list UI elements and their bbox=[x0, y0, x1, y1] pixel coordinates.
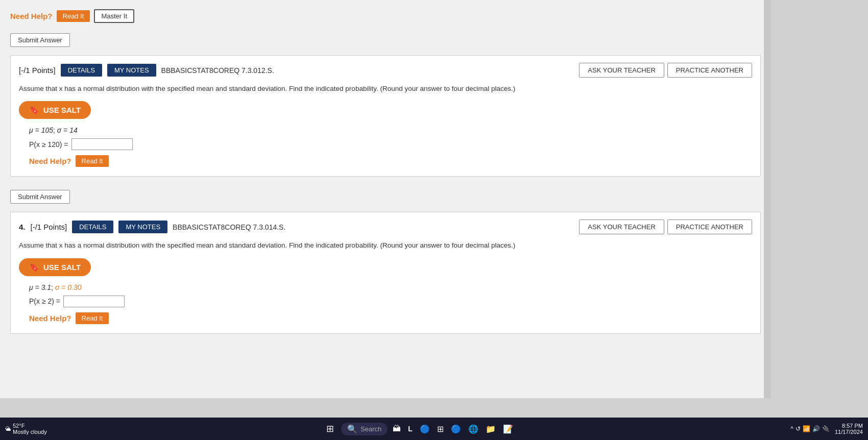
taskbar-icon-edge[interactable]: 🌐 bbox=[466, 423, 480, 435]
sys-icon-caret[interactable]: ^ bbox=[790, 425, 793, 432]
taskbar-icon-orb[interactable]: 🔵 bbox=[418, 423, 432, 435]
details-button-q4[interactable]: DETAILS bbox=[72, 221, 113, 233]
taskbar-left: 🌥 52°F Mostly cloudy bbox=[5, 423, 47, 435]
use-salt-button-q3[interactable]: 🔖 USE SALT bbox=[19, 101, 91, 119]
taskbar-app-icons: 🏔 L 🔵 ⊞ 🔵 🌐 📁 📝 bbox=[391, 423, 515, 435]
master-it-button[interactable]: Master It bbox=[94, 9, 134, 23]
question-3-block: [-/1 Points] DETAILS MY NOTES BBBASICSTA… bbox=[10, 55, 761, 177]
q4-prob-label: P(x ≥ 2) = bbox=[29, 297, 60, 305]
question-4-block: 4. [-/1 Points] DETAILS MY NOTES BBBASIC… bbox=[10, 212, 761, 333]
taskbar-date-value: 11/17/2024 bbox=[835, 429, 863, 435]
q3-prob-label: P(x ≥ 120) = bbox=[29, 140, 68, 149]
q4-need-help-row: Need Help? Read It bbox=[19, 312, 752, 324]
sys-icon-battery[interactable]: 🔌 bbox=[822, 425, 830, 432]
q3-need-help-label: Need Help? bbox=[29, 157, 71, 165]
taskbar-icon-landscape[interactable]: 🏔 bbox=[391, 423, 403, 434]
q4-params: μ = 3.1; σ = 0.30 bbox=[19, 283, 752, 291]
weather-desc: Mostly cloudy bbox=[13, 429, 47, 435]
submit-answer-button-mid[interactable]: Submit Answer bbox=[10, 190, 70, 204]
taskbar-icon-dell[interactable]: 🔵 bbox=[449, 423, 463, 435]
start-button[interactable]: ⊞ bbox=[322, 421, 338, 436]
q3-sigma: σ = 14 bbox=[57, 126, 78, 134]
course-code-q4: BBBASICSTAT8COREQ 7.3.014.S. bbox=[173, 223, 574, 231]
question-3-text: Assume that x has a normal distribution … bbox=[19, 84, 752, 94]
my-notes-button-q4[interactable]: MY NOTES bbox=[118, 221, 167, 233]
taskbar-icon-l[interactable]: L bbox=[406, 424, 415, 434]
weather-icon: 🌥 bbox=[5, 426, 11, 432]
question-4-points: [-/1 Points] bbox=[31, 223, 67, 231]
taskbar-right: ^ ↺ 📶 🔊 🔌 8:57 PM 11/17/2024 bbox=[790, 423, 863, 435]
taskbar-center: ⊞ 🔍 Search 🏔 L 🔵 ⊞ 🔵 🌐 📁 📝 bbox=[322, 421, 515, 436]
q3-mu: μ = 105 bbox=[29, 126, 53, 134]
question-3-header: [-/1 Points] DETAILS MY NOTES BBBASICSTA… bbox=[19, 63, 752, 78]
taskbar-weather: 🌥 52°F Mostly cloudy bbox=[5, 423, 47, 435]
salt-icon-q3: 🔖 bbox=[29, 105, 39, 115]
taskbar-icon-word[interactable]: 📝 bbox=[501, 423, 515, 435]
q3-need-help-row: Need Help? Read It bbox=[19, 155, 752, 167]
taskbar-clock: 8:57 PM 11/17/2024 bbox=[835, 423, 863, 435]
q4-prob-input[interactable] bbox=[63, 296, 125, 307]
q4-need-help-label: Need Help? bbox=[29, 314, 71, 323]
use-salt-button-q4[interactable]: 🔖 USE SALT bbox=[19, 258, 91, 276]
sys-icon-refresh[interactable]: ↺ bbox=[795, 425, 801, 432]
q3-prob-input[interactable] bbox=[71, 138, 133, 150]
practice-another-button-q4[interactable]: PRACTICE ANOTHER bbox=[667, 219, 752, 234]
scrollbar[interactable] bbox=[764, 0, 771, 398]
submit-answer-button-top[interactable]: Submit Answer bbox=[10, 33, 70, 47]
q4-right-buttons: ASK YOUR TEACHER PRACTICE ANOTHER bbox=[579, 219, 752, 234]
taskbar-icon-folder[interactable]: 📁 bbox=[484, 423, 498, 435]
taskbar-sys-icons: ^ ↺ 📶 🔊 🔌 bbox=[790, 425, 830, 432]
q3-probability-row: P(x ≥ 120) = bbox=[19, 138, 752, 150]
search-label: Search bbox=[360, 425, 381, 433]
taskbar: 🌥 52°F Mostly cloudy ⊞ 🔍 Search 🏔 L 🔵 ⊞ … bbox=[0, 418, 868, 440]
q4-mu: μ = 3.1 bbox=[29, 283, 51, 291]
q4-probability-row: P(x ≥ 2) = bbox=[19, 296, 752, 307]
taskbar-icon-grid[interactable]: ⊞ bbox=[435, 423, 446, 435]
use-salt-label-q3: USE SALT bbox=[43, 106, 81, 114]
use-salt-label-q4: USE SALT bbox=[43, 263, 81, 272]
ask-teacher-button-q3[interactable]: ASK YOUR TEACHER bbox=[579, 63, 664, 78]
practice-another-button-q3[interactable]: PRACTICE ANOTHER bbox=[667, 63, 752, 78]
need-help-label: Need Help? bbox=[10, 12, 53, 20]
salt-icon-q4: 🔖 bbox=[29, 262, 39, 272]
taskbar-search-container[interactable]: 🔍 Search bbox=[341, 423, 388, 435]
read-it-button-q3[interactable]: Read It bbox=[76, 155, 109, 167]
question-4-number: 4. bbox=[19, 223, 26, 231]
my-notes-button-q3[interactable]: MY NOTES bbox=[107, 64, 156, 77]
read-it-button-q4[interactable]: Read It bbox=[76, 312, 109, 324]
q4-sigma: σ = 0.30 bbox=[55, 283, 82, 291]
read-it-button-top[interactable]: Read It bbox=[57, 10, 90, 22]
sys-icon-wifi[interactable]: 📶 bbox=[803, 425, 810, 432]
details-button-q3[interactable]: DETAILS bbox=[61, 64, 102, 77]
ask-teacher-button-q4[interactable]: ASK YOUR TEACHER bbox=[579, 219, 664, 234]
search-icon: 🔍 bbox=[347, 424, 357, 434]
weather-temp: 52°F bbox=[13, 423, 47, 429]
q3-right-buttons: ASK YOUR TEACHER PRACTICE ANOTHER bbox=[579, 63, 752, 78]
question-4-text: Assume that x has a normal distribution … bbox=[19, 240, 752, 251]
sys-icon-volume[interactable]: 🔊 bbox=[812, 425, 820, 432]
course-code-q3: BBBASICSTAT8COREQ 7.3.012.S. bbox=[161, 66, 574, 75]
q3-semicolon: ; bbox=[53, 126, 57, 134]
taskbar-time-value: 8:57 PM bbox=[835, 423, 863, 429]
question-4-header: 4. [-/1 Points] DETAILS MY NOTES BBBASIC… bbox=[19, 219, 752, 234]
q4-semicolon: ; bbox=[51, 283, 55, 291]
q3-params: μ = 105; σ = 14 bbox=[19, 126, 752, 134]
question-3-points: [-/1 Points] bbox=[19, 66, 56, 75]
